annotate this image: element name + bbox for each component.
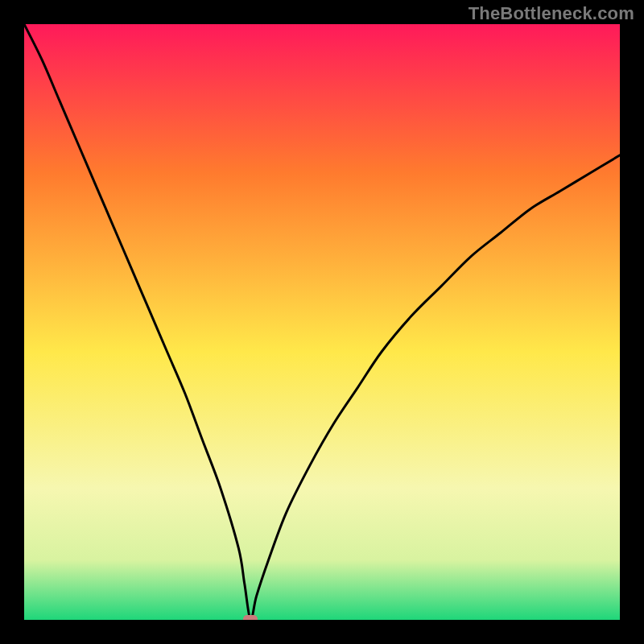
- curve-layer: [24, 24, 620, 620]
- chart-stage: TheBottleneck.com: [0, 0, 644, 644]
- watermark-text: TheBottleneck.com: [469, 3, 634, 24]
- optimum-marker: [243, 615, 258, 620]
- plot-area: [24, 24, 620, 620]
- bottleneck-curve: [24, 24, 620, 620]
